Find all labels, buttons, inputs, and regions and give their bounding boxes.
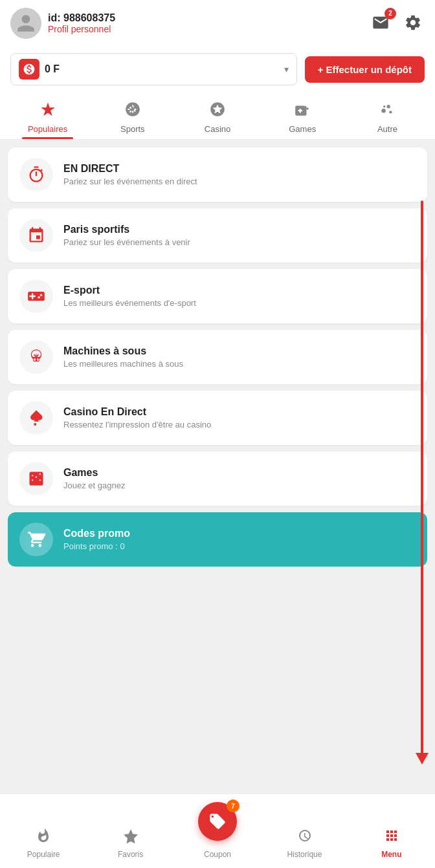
tab-casino-label: Casino	[205, 124, 230, 134]
tab-populaires[interactable]: Populaires	[5, 94, 90, 139]
profile-link[interactable]: Profil personnel	[48, 24, 115, 34]
tab-populaires-label: Populaires	[28, 124, 67, 134]
coupon-badge: 7	[227, 799, 240, 812]
tab-games[interactable]: Games	[260, 94, 345, 139]
menu-item-machines-a-sous[interactable]: Machines à sous Les meilleures machines …	[8, 330, 427, 384]
flame-icon	[36, 828, 51, 847]
settings-button[interactable]	[401, 11, 425, 36]
chevron-down-icon: ▾	[284, 64, 289, 74]
red-arrow	[421, 201, 423, 757]
timer-icon	[19, 158, 53, 191]
games-icon	[294, 101, 311, 122]
tab-sports[interactable]: Sports	[90, 94, 175, 139]
balance-amount: 0 F	[45, 63, 279, 75]
menu-item-games[interactable]: Games Jouez et gagnez	[8, 451, 427, 506]
menu-grid-icon	[384, 828, 399, 847]
en-direct-subtitle: Pariez sur les événements en direct	[63, 177, 197, 186]
games-subtitle: Jouez et gagnez	[63, 481, 125, 490]
bottom-nav: Populaire Favoris 7 Coupon Historiqu	[0, 794, 435, 868]
menu-item-e-sport[interactable]: E-sport Les meilleurs événements d'e-spo…	[8, 269, 427, 323]
calendar-icon	[19, 219, 53, 252]
bottom-nav-coupon-label: Coupon	[204, 850, 231, 859]
balance-bar: 0 F ▾ + Effectuer un dépôt	[0, 47, 435, 94]
nav-tabs: Populaires Sports Casino Games	[0, 94, 435, 140]
cart-icon	[19, 523, 53, 556]
tab-autre[interactable]: Autre	[345, 94, 430, 139]
main-content: EN DIRECT Pariez sur les événements en d…	[0, 140, 435, 633]
bottom-nav-populaire[interactable]: Populaire	[0, 825, 87, 862]
en-direct-title: EN DIRECT	[63, 163, 197, 175]
bottom-nav-favoris[interactable]: Favoris	[87, 825, 173, 862]
casino-icon	[209, 101, 226, 122]
spade-icon	[19, 401, 53, 435]
populaires-icon	[39, 101, 56, 122]
slots-icon	[19, 340, 53, 374]
svg-point-0	[382, 109, 386, 113]
promo-title: Codes promo	[63, 528, 130, 539]
machines-a-sous-subtitle: Les meilleures machines à sous	[63, 359, 183, 369]
clock-icon	[296, 828, 312, 847]
tab-games-label: Games	[289, 124, 316, 134]
menu-item-casino-en-direct[interactable]: Casino En Direct Ressentez l'impression …	[8, 391, 427, 445]
paris-sportifs-title: Paris sportifs	[63, 224, 190, 235]
deposit-button[interactable]: + Effectuer un dépôt	[305, 56, 425, 83]
sports-icon	[124, 101, 141, 122]
dice-icon	[19, 462, 53, 495]
svg-point-1	[387, 105, 390, 108]
avatar	[10, 8, 41, 39]
bottom-nav-menu-label: Menu	[381, 850, 401, 859]
balance-icon	[19, 59, 39, 80]
user-id: id: 988608375	[48, 12, 115, 24]
menu-item-paris-sportifs[interactable]: Paris sportifs Pariez sur les événements…	[8, 208, 427, 263]
svg-point-3	[383, 105, 385, 107]
menu-item-en-direct[interactable]: EN DIRECT Pariez sur les événements en d…	[8, 147, 427, 202]
bottom-nav-favoris-label: Favoris	[118, 850, 143, 859]
bottom-nav-menu[interactable]: Menu	[348, 825, 435, 862]
autre-icon	[379, 101, 396, 122]
tab-casino[interactable]: Casino	[175, 94, 260, 139]
e-sport-title: E-sport	[63, 285, 196, 296]
tab-sports-label: Sports	[120, 124, 145, 134]
header: id: 988608375 Profil personnel 2	[0, 0, 435, 47]
gamepad-icon	[19, 279, 53, 313]
promo-card[interactable]: Codes promo Points promo : 0	[8, 512, 427, 567]
mail-badge: 2	[385, 8, 396, 19]
bottom-nav-populaire-label: Populaire	[27, 850, 60, 859]
svg-point-2	[390, 111, 392, 113]
balance-selector[interactable]: 0 F ▾	[10, 53, 297, 85]
bottom-nav-historique-label: Historique	[287, 850, 322, 859]
casino-en-direct-subtitle: Ressentez l'impression d'être au casino	[63, 420, 211, 429]
mail-icon-wrapper[interactable]: 2	[369, 11, 392, 36]
casino-en-direct-title: Casino En Direct	[63, 406, 211, 418]
bottom-nav-historique[interactable]: Historique	[261, 825, 348, 862]
machines-a-sous-title: Machines à sous	[63, 345, 183, 357]
star-icon	[123, 828, 139, 847]
games-title: Games	[63, 467, 125, 479]
e-sport-subtitle: Les meilleurs événements d'e-sport	[63, 298, 196, 308]
paris-sportifs-subtitle: Pariez sur les événements à venir	[63, 237, 190, 247]
bottom-nav-coupon[interactable]: 7 Coupon	[174, 799, 261, 862]
promo-subtitle: Points promo : 0	[63, 541, 130, 551]
tab-autre-label: Autre	[377, 124, 397, 134]
